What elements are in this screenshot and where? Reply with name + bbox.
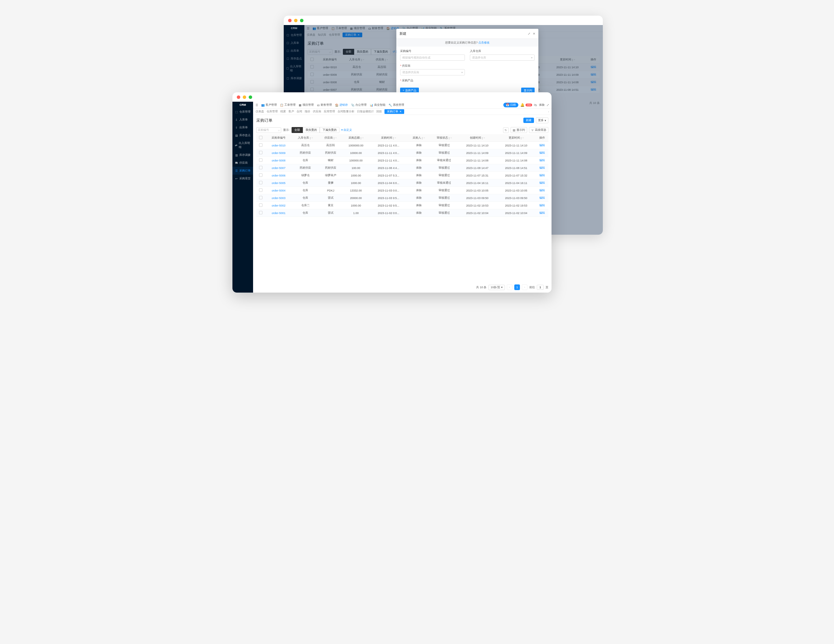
- table-header[interactable]: 入库仓库 ▴▾ ▿: [343, 56, 370, 63]
- table-header[interactable]: 采购人 ▴▾ ▿: [407, 134, 430, 142]
- sidebar-item[interactable]: ☐出库单: [284, 47, 304, 55]
- checkbox[interactable]: [259, 181, 262, 184]
- topnav-item[interactable]: 🔧系统管理: [388, 103, 404, 107]
- edit-link[interactable]: 编辑: [539, 166, 545, 169]
- table-header[interactable]: [256, 134, 266, 142]
- sidebar-item[interactable]: ☐库存盘点: [284, 55, 304, 63]
- sidebar-item[interactable]: ⇧出库单: [233, 124, 253, 131]
- breadcrumb-item[interactable]: 报价: [305, 110, 310, 113]
- table-header[interactable]: 采购时间 ▴▾ ▿: [370, 134, 407, 142]
- breadcrumb-item[interactable]: 日报金额统计: [357, 110, 374, 113]
- edit-link[interactable]: 编辑: [591, 88, 596, 91]
- topnav-item[interactable]: 👥客户管理: [312, 26, 328, 30]
- user-label[interactable]: 体验: [539, 103, 545, 107]
- sidebar-item[interactable]: ⇄出入库明细: [233, 139, 253, 151]
- breadcrumb-item[interactable]: 仪表盘: [307, 33, 315, 37]
- table-header[interactable]: 审核状态 ▴▾ ▿: [430, 134, 458, 142]
- table-header[interactable]: 操作: [587, 56, 600, 63]
- table-header[interactable]: 入库仓库 ▴▾ ▿: [291, 134, 319, 142]
- new-button[interactable]: 新建: [524, 118, 534, 123]
- refresh-button[interactable]: ↻: [503, 127, 509, 133]
- order-id-link[interactable]: order-5001: [266, 209, 291, 217]
- checkbox[interactable]: [259, 211, 262, 214]
- table-header[interactable]: 操作: [535, 134, 548, 142]
- breadcrumb-tab[interactable]: 采购订单✕: [385, 109, 404, 114]
- breadcrumb-item[interactable]: 仓库管理: [329, 33, 340, 37]
- segment-button[interactable]: 下属负责的: [320, 127, 339, 133]
- cart-icon[interactable]: 🛍: [534, 103, 537, 107]
- zoom-dot-icon[interactable]: [300, 19, 304, 22]
- edit-link[interactable]: 编辑: [539, 211, 545, 214]
- customize-link[interactable]: 点击修改: [478, 41, 490, 44]
- topnav-item[interactable]: 🗂财务管理: [317, 103, 332, 107]
- page-1-button[interactable]: 1: [514, 285, 520, 290]
- show-cols-button[interactable]: ▤ 显示列: [511, 127, 527, 133]
- edit-link[interactable]: 编辑: [539, 151, 545, 154]
- prev-page-button[interactable]: ‹: [507, 285, 512, 290]
- breadcrumb-tab[interactable]: 采购订单✕: [343, 32, 362, 37]
- sidebar-item[interactable]: ⬚仓库管理: [233, 108, 253, 116]
- checkbox[interactable]: [259, 151, 262, 154]
- segment-button[interactable]: 我负责的: [354, 49, 371, 55]
- checkbox[interactable]: [310, 58, 314, 61]
- edit-link[interactable]: 编辑: [591, 81, 596, 84]
- order-id-link[interactable]: order-5007: [266, 164, 291, 172]
- sidebar-item[interactable]: ☐出入库明细: [284, 63, 304, 74]
- edit-link[interactable]: 编辑: [539, 144, 545, 147]
- sidebar-item[interactable]: ⇩入库单: [233, 116, 253, 124]
- zoom-dot-icon[interactable]: [249, 95, 252, 99]
- order-id-link[interactable]: order-5008: [317, 79, 343, 86]
- sidebar-item[interactable]: ☰采购订单: [233, 167, 253, 175]
- table-header[interactable]: 供应商 ▴▾ ▿: [319, 134, 342, 142]
- sidebar-item[interactable]: ☐入库单: [284, 39, 304, 47]
- topnav-item[interactable]: 🗂财务管理: [368, 26, 383, 30]
- edit-link[interactable]: 编辑: [539, 196, 545, 199]
- sidebar-item[interactable]: ☐库存调拨: [284, 74, 304, 82]
- breadcrumb-item[interactable]: 仪表盘: [255, 110, 264, 113]
- checkbox[interactable]: [259, 159, 262, 162]
- topnav-item[interactable]: 📎办公管理: [351, 103, 367, 107]
- segment-button[interactable]: 全部: [291, 127, 303, 133]
- order-id-link[interactable]: order-5009: [317, 71, 343, 79]
- topnav-item[interactable]: 👥客户管理: [261, 103, 277, 107]
- table-header[interactable]: 更新时间 ▴▾ ▿: [548, 56, 587, 63]
- checkbox[interactable]: [259, 166, 262, 169]
- edit-link[interactable]: 编辑: [539, 159, 545, 162]
- checkbox[interactable]: [310, 80, 314, 84]
- input-order-no[interactable]: 根据编号规则自动生成: [400, 55, 465, 61]
- segment-button[interactable]: 我负责的: [303, 127, 320, 133]
- table-header[interactable]: 采购单编号: [317, 56, 343, 63]
- fullscreen-icon[interactable]: ⤢: [546, 103, 549, 107]
- sidebar-item[interactable]: ⛟供应商: [233, 159, 253, 167]
- table-header[interactable]: 供应商 ▴▾ ▿: [370, 56, 394, 63]
- chevron-right-icon[interactable]: ›: [548, 110, 549, 113]
- topnav-item[interactable]: 📋工单管理: [331, 26, 347, 30]
- breadcrumb-item[interactable]: 回款: [377, 110, 382, 113]
- bell-icon[interactable]: 🔔: [520, 103, 525, 107]
- more-button[interactable]: 更多 ▾: [536, 117, 548, 123]
- breadcrumb-item[interactable]: 知识库: [318, 33, 326, 37]
- order-id-link[interactable]: order-5002: [266, 202, 291, 209]
- breadcrumb-item[interactable]: 仓库管理: [267, 110, 278, 113]
- topnav-item[interactable]: 🏠进销存: [335, 103, 348, 107]
- breadcrumb-item[interactable]: 合同: [297, 110, 302, 113]
- checkbox[interactable]: [259, 204, 262, 207]
- topnav-item[interactable]: ▦项目管理: [299, 103, 314, 107]
- close-dot-icon[interactable]: [237, 95, 240, 99]
- breadcrumb-item[interactable]: 应用管理: [324, 110, 335, 113]
- calendar-pill[interactable]: 📅 日程: [503, 103, 518, 107]
- page-size-select[interactable]: 10条/页 ▾: [488, 285, 505, 290]
- close-icon[interactable]: ✕: [533, 32, 535, 36]
- next-page-button[interactable]: ›: [522, 285, 527, 290]
- sidebar-item[interactable]: ▥库存调拨: [233, 151, 253, 159]
- menu-toggle-icon[interactable]: ☰: [307, 27, 309, 30]
- close-dot-icon[interactable]: [288, 19, 291, 22]
- order-id-link[interactable]: order-5006: [266, 172, 291, 179]
- sidebar-item[interactable]: ↩采购退货: [233, 175, 253, 183]
- segment-button[interactable]: 下属负责的: [371, 49, 391, 55]
- checkbox[interactable]: [310, 73, 314, 76]
- topnav-item[interactable]: 📋工单管理: [280, 103, 296, 107]
- goto-input[interactable]: [537, 285, 544, 290]
- checkbox[interactable]: [259, 188, 262, 192]
- breadcrumb-item[interactable]: 客户: [288, 110, 294, 113]
